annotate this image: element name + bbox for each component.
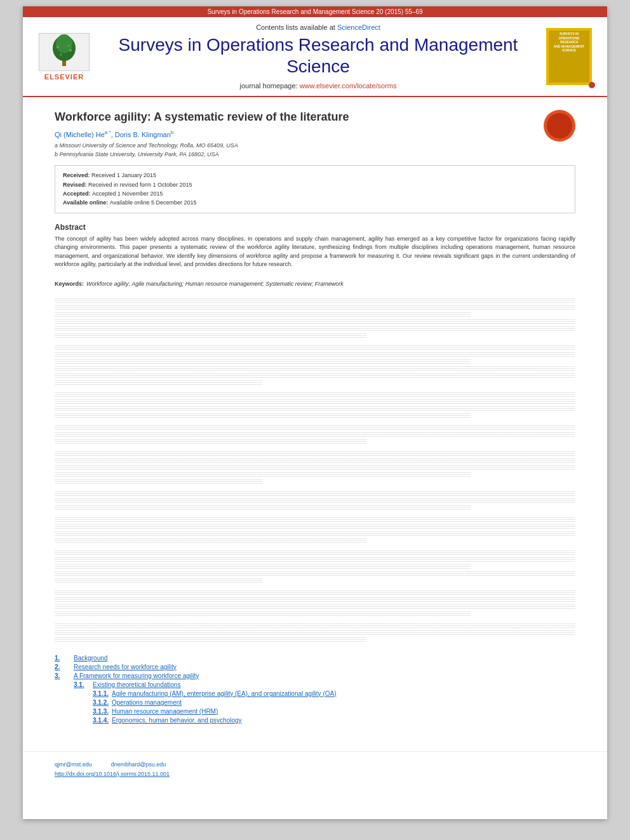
redacted-line [55,333,367,338]
redacted-line [55,517,575,522]
redacted-line [55,479,263,484]
keywords-text: Workforce agility; Agile manufacturing; … [86,281,344,287]
elsevier-tree-image [39,33,90,71]
badge-inner [547,113,572,138]
toc-number[interactable]: 3.1.3. [55,708,112,715]
abstract-text: The concept of agility has been widely a… [55,235,575,269]
elsevier-wordmark: ELSEVIER [44,73,84,81]
redacted-line [55,491,575,496]
redacted-line [55,366,575,371]
authors-line: Qi (Michelle) Hea *, Doris B. Klingmanb [55,130,575,139]
toc-label[interactable]: Background [74,655,107,662]
keywords-section: Keywords: Workforce agility; Agile manuf… [55,277,575,288]
journal-name: Surveys in Operations Research and Manag… [102,34,534,77]
toc-label[interactable]: Ergonomics, human behavior, and psycholo… [112,717,242,724]
toc-label[interactable]: A Framework for measuring workforce agil… [74,672,199,679]
toc-number[interactable]: 3.1.4. [55,717,112,724]
available-line: Available online: Available online 5 Dec… [63,198,567,207]
email-link-a[interactable]: qjmr@mst.edu [55,761,92,768]
redacted-line [55,312,471,317]
toc-label[interactable]: Human resource management (HRM) [112,708,218,715]
toc-label[interactable]: Agile manufacturing (AM), enterprise agi… [112,690,337,697]
revised-line: Revised: Received in revised form 1 Octo… [63,180,567,189]
affiliation-a: a Missouri University of Science and Tec… [55,142,575,150]
abstract-title: Abstract [55,223,575,232]
redacted-line [55,298,575,303]
redacted-line [55,399,575,404]
journal-cover-image: SURVEYS IN OPERATIONS RESEARCH AND MANAG… [546,28,592,85]
journal-citation-bar: Surveys in Operations Research and Manag… [23,6,607,17]
toc-number[interactable]: 1. [55,655,74,662]
svg-point-4 [69,49,72,51]
svg-point-3 [57,46,59,48]
redacted-line [55,413,471,418]
abstract-section: Abstract The concept of agility has been… [55,223,575,269]
journal-title-block: Contents lists available at ScienceDirec… [102,23,534,90]
table-of-contents: 1. Background 2. Research needs for work… [55,655,575,738]
journal-cover-area: SURVEYS IN OPERATIONS RESEARCH AND MANAG… [540,23,598,90]
redacted-line [55,472,471,477]
toc-label[interactable]: Research needs for workforce agility [74,663,177,670]
sciencedirect-line: Contents lists available at ScienceDirec… [256,23,380,31]
redacted-line [55,531,575,536]
accepted-line: Accepted: Accepted 1 November 2015 [63,189,567,198]
article-body-redacted [55,298,575,642]
redacted-line [55,505,471,510]
redacted-line [55,458,575,463]
super-b: b [171,130,173,136]
redacted-line [55,305,575,310]
redacted-line [55,498,575,503]
redacted-line [55,326,575,331]
footer-section: qjmr@mst.edu dnembhard@psu.edu http://dx… [23,751,607,787]
redacted-line [55,359,471,364]
redacted-line [55,392,575,397]
redacted-line [55,630,575,635]
redacted-line [55,432,575,437]
svg-point-5 [60,54,62,56]
redacted-line [55,345,575,350]
toc-number[interactable]: 3.1.1. [55,690,112,697]
email-link-b[interactable]: dnembhard@psu.edu [111,761,166,768]
toc-item: 3.1.2. Operations management [55,699,575,706]
toc-number[interactable]: 2. [55,663,74,670]
super-a: a * [105,130,111,136]
redacted-line [55,439,367,444]
footer-emails: qjmr@mst.edu dnembhard@psu.edu [55,761,575,768]
redacted-line [55,564,471,569]
toc-number[interactable]: 3. [55,672,74,679]
journal-header: ELSEVIER Contents lists available at Sci… [23,17,607,97]
toc-list: 1. Background 2. Research needs for work… [55,655,575,724]
redacted-line [55,373,575,378]
toc-item: 3.1.3. Human resource management (HRM) [55,708,575,715]
redacted-line [55,604,575,609]
redacted-line [55,425,575,430]
redacted-line [55,406,575,411]
toc-item: 3.1.4. Ergonomics, human behavior, and p… [55,717,575,724]
affiliations-block: a Missouri University of Science and Tec… [55,142,575,159]
toc-number[interactable]: 3.1. [55,681,93,688]
toc-label[interactable]: Operations management [112,699,182,706]
redacted-line [55,637,367,642]
sciencedirect-link[interactable]: ScienceDirect [337,23,380,31]
toc-item: 3.1. Existing theoretical foundations [55,681,575,688]
toc-number[interactable]: 3.1.2. [55,699,112,706]
homepage-line: journal homepage: www.elsevier.com/locat… [239,82,396,90]
received-line: Received: Received 1 January 2015 [63,171,567,180]
cover-inner: SURVEYS IN OPERATIONS RESEARCH AND MANAG… [549,30,589,83]
redacted-line [55,623,575,628]
author-names: Qi (Michelle) Hea *, Doris B. Klingmanb [55,131,173,138]
redacted-line [55,352,575,357]
citation-text: Surveys in Operations Research and Manag… [207,8,422,15]
redacted-line [55,451,575,456]
redacted-line [55,611,471,616]
doi-link[interactable]: http://dx.doi.org/10.1016/j.sorms.2015.1… [55,771,170,777]
redacted-line [55,538,367,543]
article-type-badge [544,110,575,142]
redacted-line [55,380,263,385]
affiliation-b: b Pennsylvania State University, Univers… [55,150,575,159]
homepage-link[interactable]: www.elsevier.com/locate/sorms [300,82,397,90]
redacted-line [55,590,575,595]
toc-label[interactable]: Existing theoretical foundations [93,681,180,688]
article-metadata: Workforce agility: A systematic review o… [55,110,575,213]
cover-title-line1: SURVEYS IN OPERATIONS RESEARCH AND MANAG… [550,32,588,53]
